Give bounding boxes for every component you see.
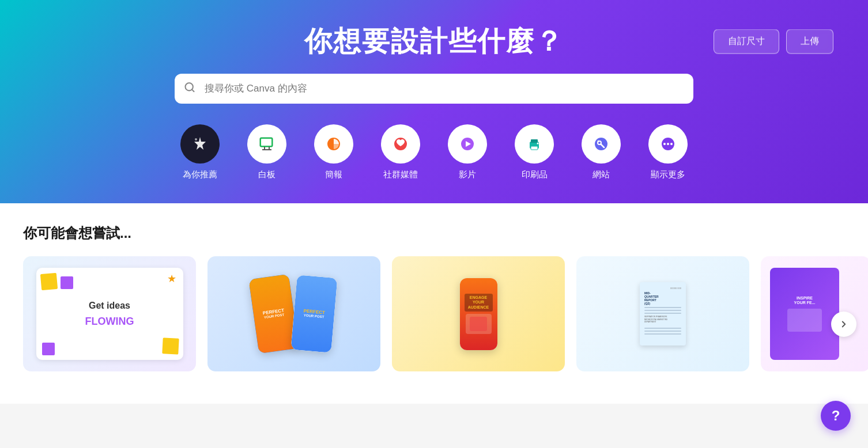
svg-point-22: [670, 143, 673, 145]
custom-size-button[interactable]: 自訂尺寸: [714, 29, 779, 54]
help-button[interactable]: ?: [821, 401, 851, 431]
cards-row: ★ Get ideas FLOWING 白板 PERFECT YOUR POST: [23, 256, 845, 392]
hero-buttons: 自訂尺寸 上傳: [714, 29, 833, 54]
category-icon-presentation: [314, 124, 353, 164]
hero-title: 你想要設計些什麼？: [304, 23, 564, 60]
svg-point-18: [598, 141, 599, 142]
svg-rect-13: [531, 139, 538, 143]
card-ig-post[interactable]: PERFECT YOUR POST PERFECT YOUR POST Inst…: [207, 256, 380, 371]
card-ig-story[interactable]: ENGAGE YOUR AUDIENCE Instagram 限時動態: [392, 256, 565, 371]
upload-button[interactable]: 上傳: [786, 29, 833, 54]
main-section: 你可能會想嘗試... ★ Get ideas FLOWING 白板: [0, 203, 868, 404]
svg-line-1: [192, 89, 194, 92]
wb-get-ideas: Get ideas: [89, 301, 130, 311]
category-item-presentation[interactable]: 簡報: [314, 124, 353, 180]
help-icon: ?: [832, 408, 840, 424]
category-label-whiteboard: 白板: [258, 169, 276, 180]
card-whiteboard[interactable]: ★ Get ideas FLOWING 白板: [23, 256, 196, 371]
category-item-website[interactable]: 網站: [582, 124, 621, 180]
search-icon: [184, 82, 195, 96]
category-item-more[interactable]: 顯示更多: [648, 124, 688, 180]
category-icon-social: [381, 124, 420, 164]
categories: 為你推薦 白板: [35, 124, 833, 186]
category-label-recommended: 為你推薦: [183, 169, 217, 180]
category-item-whiteboard[interactable]: 白板: [247, 124, 286, 180]
category-icon-video: [448, 124, 487, 164]
search-wrap: [175, 74, 693, 104]
category-icon-more: [648, 124, 688, 164]
category-label-print: 印刷品: [522, 169, 548, 180]
svg-rect-14: [531, 146, 538, 150]
next-arrow-button[interactable]: [831, 312, 856, 337]
category-item-social[interactable]: 社群媒體: [381, 124, 420, 180]
category-label-video: 影片: [459, 169, 476, 180]
category-icon-print: [515, 124, 554, 164]
svg-point-2: [195, 138, 197, 141]
svg-point-21: [667, 143, 669, 145]
hero-banner: 你想要設計些什麼？ 自訂尺寸 上傳 為你推薦: [0, 0, 868, 203]
search-input[interactable]: [175, 74, 693, 104]
category-label-more: 顯示更多: [651, 169, 685, 180]
category-icon-recommended: [180, 124, 220, 164]
svg-point-15: [537, 143, 539, 145]
svg-rect-4: [261, 139, 271, 146]
card-facebook[interactable]: INSPIREYOUR FE... Facebook: [761, 256, 868, 371]
section-title: 你可能會想嘗試...: [23, 224, 845, 242]
wb-flowing: FLOWING: [85, 316, 134, 328]
category-item-video[interactable]: 影片: [448, 124, 487, 180]
category-label-website: 網站: [592, 169, 610, 180]
category-label-social: 社群媒體: [383, 169, 418, 180]
category-label-presentation: 簡報: [325, 169, 342, 180]
category-icon-whiteboard: [247, 124, 286, 164]
svg-point-20: [663, 143, 666, 145]
card-a4[interactable]: 00000 000 MID-QUARTERREPORT(Q2) INSPIRAT…: [576, 256, 749, 371]
hero-top: 你想要設計些什麼？ 自訂尺寸 上傳: [35, 23, 833, 60]
category-item-recommended[interactable]: 為你推薦: [180, 124, 220, 180]
category-icon-website: [582, 124, 621, 164]
category-item-print[interactable]: 印刷品: [515, 124, 554, 180]
